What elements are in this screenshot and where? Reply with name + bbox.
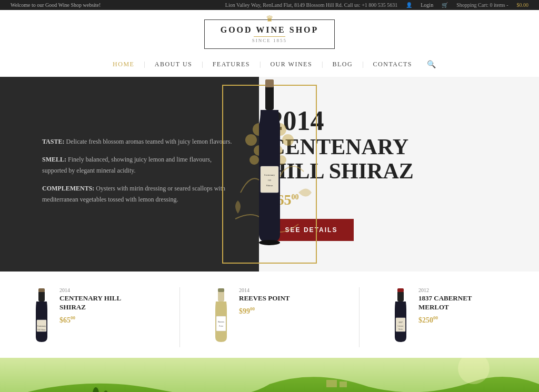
nav-our-wines[interactable]: OUR WINES <box>261 58 322 71</box>
product-card-2: Reeves Point 2014 REEVES POINT $9900 <box>212 287 327 347</box>
svg-text:Hill Shiraz: Hill Shiraz <box>37 329 46 331</box>
svg-text:Hill: Hill <box>268 179 272 182</box>
wine-bottle-svg: Centenary Hill Shiraz <box>251 77 288 266</box>
top-bar: Welcome to our Good Wine Shop website! L… <box>0 0 539 10</box>
smell-text: Finely balanced, showing juicy lemon and… <box>42 156 212 174</box>
logo-since: SINCE 1855 <box>221 38 319 43</box>
product-divider-2 <box>359 287 360 347</box>
main-nav: HOME | ABOUT US | FEATURES | OUR WINES |… <box>0 53 539 77</box>
nav-contacts[interactable]: CONTACTS <box>364 58 422 71</box>
svg-point-19 <box>259 240 280 245</box>
svg-rect-13 <box>265 84 274 110</box>
product-year-2: 2014 <box>239 287 327 293</box>
smell-label: SMELL: <box>42 156 66 163</box>
svg-rect-45 <box>340 381 347 387</box>
product-card-3: 1837 Cabernet Merlot 2012 1837 CABERNETM… <box>391 287 507 347</box>
product-name-2: REEVES POINT <box>239 294 327 303</box>
hero-description: TASTE: Delicate fresh blossom aromas tea… <box>0 115 259 233</box>
login-icon: 👤 <box>406 2 412 8</box>
svg-rect-31 <box>218 288 224 292</box>
hero-bottle: Centenary Hill Shiraz <box>222 77 317 272</box>
smell-block: SMELL: Finely balanced, showing juicy le… <box>42 154 238 176</box>
svg-rect-33 <box>397 291 404 301</box>
svg-rect-28 <box>216 316 226 331</box>
complements-block: COMPLEMENTS: Oysters with mirin dressing… <box>42 183 238 205</box>
nav-blog[interactable]: BLOG <box>323 58 362 71</box>
cart-icon: 🛒 <box>442 2 448 8</box>
crown-icon: ♛ <box>266 14 273 24</box>
product-price-3: $25000 <box>418 315 507 325</box>
taste-block: TASTE: Delicate fresh blossom aromas tea… <box>42 136 238 147</box>
product-name-3: 1837 CABERNETMERLOT <box>418 294 507 312</box>
svg-text:Centenary: Centenary <box>37 325 46 327</box>
product-bottle-2: Reeves Point <box>212 287 232 347</box>
product-card-1: Centenary Hill Shiraz 2014 CENTENARY HIL… <box>32 287 148 347</box>
product-bottle-1: Centenary Hill Shiraz <box>32 287 52 347</box>
logo-line <box>254 36 285 37</box>
product-info-2: 2014 REEVES POINT $9900 <box>239 287 327 316</box>
product-info-1: 2014 CENTENARY HILLSHIRAZ $6500 <box>59 287 148 324</box>
svg-text:Merlot: Merlot <box>398 328 403 330</box>
product-divider-1 <box>179 287 180 347</box>
svg-rect-38 <box>397 288 404 292</box>
product-price-1: $6500 <box>59 315 148 325</box>
login-link[interactable]: Login <box>421 2 433 8</box>
taste-text: Delicate fresh blossom aromas teamed wit… <box>66 138 232 145</box>
svg-rect-27 <box>218 291 224 301</box>
svg-text:Centenary: Centenary <box>264 174 275 176</box>
svg-text:Shiraz: Shiraz <box>266 184 274 187</box>
bottle-frame: Centenary Hill Shiraz <box>222 85 317 264</box>
nav-features[interactable]: FEATURES <box>203 58 259 71</box>
product-name-1: CENTENARY HILLSHIRAZ <box>59 294 148 312</box>
product-year-1: 2014 <box>59 287 148 293</box>
cart-label: Shopping Cart: 0 items - <box>456 2 508 8</box>
product-year-3: 2012 <box>418 287 507 293</box>
nav-home[interactable]: HOME <box>103 58 144 71</box>
svg-rect-25 <box>38 288 45 292</box>
site-header: ♛ GOOD WINE SHOP SINCE 1855 <box>0 10 539 53</box>
logo[interactable]: ♛ GOOD WINE SHOP SINCE 1855 <box>204 19 335 49</box>
svg-rect-18 <box>265 79 274 87</box>
hero-section: TASTE: Delicate fresh blossom aromas tea… <box>0 77 539 272</box>
product-price-2: $9900 <box>239 306 327 316</box>
svg-text:Reeves: Reeves <box>218 320 224 323</box>
product-info-3: 2012 1837 CABERNETMERLOT $25000 <box>418 287 507 324</box>
product-bottle-3: 1837 Cabernet Merlot <box>391 287 411 347</box>
products-section: Centenary Hill Shiraz 2014 CENTENARY HIL… <box>0 272 539 358</box>
svg-text:Point: Point <box>219 325 223 327</box>
svg-text:Cabernet: Cabernet <box>398 325 404 327</box>
welcome-message: Welcome to our Good Wine Shop website! <box>11 2 101 8</box>
svg-rect-21 <box>38 291 45 301</box>
complements-label: COMPLEMENTS: <box>42 185 94 192</box>
taste-label: TASTE: <box>42 138 64 145</box>
logo-title: GOOD WINE SHOP <box>221 25 319 35</box>
svg-text:1837: 1837 <box>398 321 403 324</box>
top-bar-right: Lion Valley Way, RenLand Flat, 8149 Blos… <box>225 2 528 8</box>
vineyard-svg <box>0 358 539 392</box>
cart-price: $0.00 <box>517 2 529 8</box>
address-text: Lion Valley Way, RenLand Flat, 8149 Blos… <box>225 2 397 8</box>
vineyard-section <box>0 358 539 392</box>
search-icon[interactable]: 🔍 <box>427 60 436 69</box>
svg-rect-44 <box>326 380 337 387</box>
nav-about[interactable]: ABOUT US <box>145 58 202 71</box>
